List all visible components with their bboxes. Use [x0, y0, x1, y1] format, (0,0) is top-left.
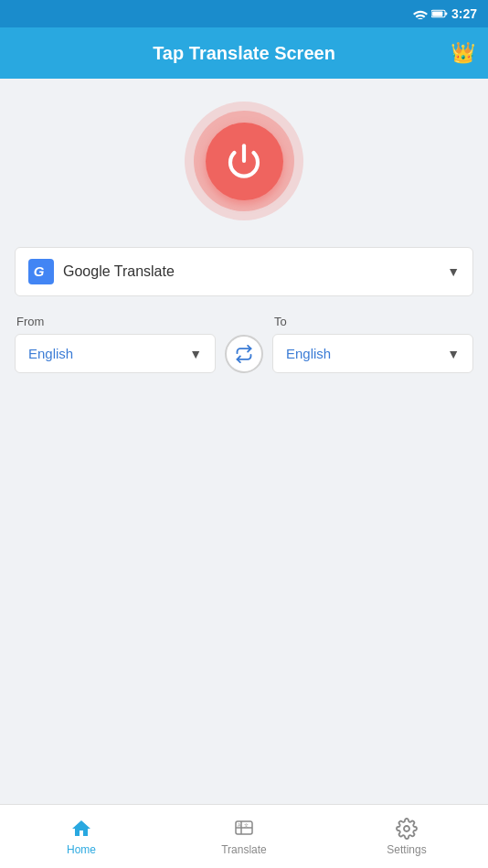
- power-button[interactable]: [206, 123, 283, 200]
- from-language-text: English: [28, 346, 73, 361]
- translate-icon: A 文: [233, 818, 255, 840]
- power-icon: [226, 143, 262, 179]
- nav-item-settings[interactable]: Settings: [325, 809, 488, 865]
- from-language-column: From English ▼: [15, 315, 216, 373]
- from-language-dropdown[interactable]: English ▼: [15, 334, 216, 373]
- status-time: 3:27: [451, 6, 477, 21]
- svg-text:G: G: [34, 263, 45, 279]
- power-button-container[interactable]: [180, 97, 308, 225]
- svg-rect-2: [445, 13, 447, 16]
- swap-button[interactable]: [225, 335, 263, 373]
- swap-button-container: [225, 315, 263, 380]
- status-bar-icons: 3:27: [413, 6, 477, 21]
- from-dropdown-arrow: ▼: [189, 347, 202, 361]
- main-content: G Google Translate ▼ From English ▼: [0, 79, 488, 804]
- status-bar: 3:27: [0, 0, 488, 27]
- svg-text:文: 文: [244, 821, 249, 827]
- bottom-nav: Home A 文 Translate Settings: [0, 804, 488, 868]
- settings-nav-label: Settings: [387, 843, 426, 856]
- to-dropdown-arrow: ▼: [447, 347, 460, 361]
- svg-point-10: [404, 826, 409, 831]
- home-icon: [70, 818, 92, 840]
- app-title: Tap Translate Screen: [153, 43, 335, 64]
- from-label: From: [15, 315, 216, 328]
- to-language-dropdown[interactable]: English ▼: [272, 334, 473, 373]
- to-language-column: To English ▼: [272, 315, 473, 373]
- svg-rect-1: [432, 11, 442, 16]
- to-language-text: English: [286, 346, 331, 361]
- home-nav-label: Home: [67, 843, 96, 856]
- app-header: Tap Translate Screen 👑: [0, 27, 488, 79]
- translate-nav-label: Translate: [221, 843, 267, 856]
- google-translate-logo: G: [28, 259, 54, 284]
- wifi-icon: [413, 8, 428, 19]
- settings-icon: [396, 818, 418, 840]
- battery-icon: [431, 8, 448, 19]
- language-row: From English ▼ To English ▼: [15, 315, 473, 380]
- translator-dropdown-arrow: ▼: [447, 264, 460, 279]
- nav-item-translate[interactable]: A 文 Translate: [163, 809, 325, 865]
- translator-selector[interactable]: G Google Translate ▼: [15, 247, 473, 296]
- nav-item-home[interactable]: Home: [0, 809, 163, 865]
- to-label: To: [272, 315, 473, 328]
- translator-name: Google Translate: [63, 263, 438, 280]
- crown-icon[interactable]: 👑: [451, 41, 475, 65]
- swap-icon: [235, 345, 253, 363]
